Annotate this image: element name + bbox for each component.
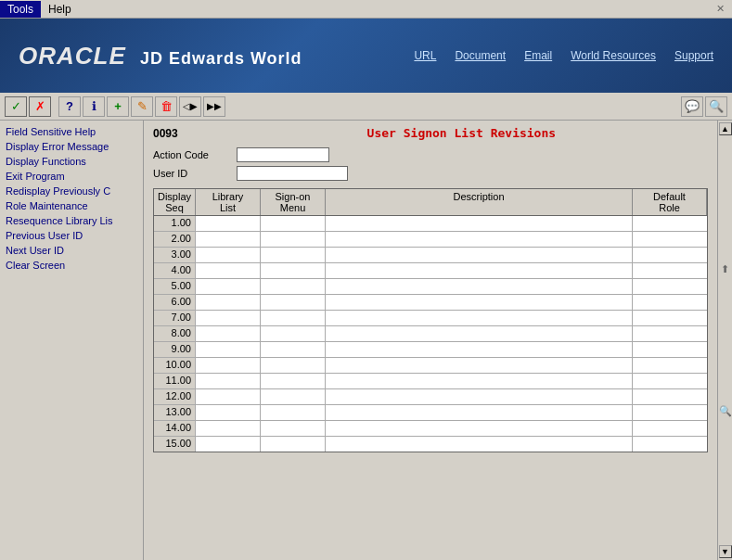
nav-next-button[interactable]: ▶▶ [203, 96, 225, 117]
cell-sign[interactable] [261, 342, 326, 357]
cell-sign[interactable] [261, 248, 326, 262]
cell-sign[interactable] [261, 232, 326, 247]
cell-role[interactable] [633, 216, 707, 231]
cell-desc[interactable] [326, 421, 633, 436]
cell-sign[interactable] [261, 374, 326, 388]
sidebar-item-prev-user[interactable]: Previous User ID [2, 228, 141, 243]
cell-role[interactable] [633, 405, 707, 420]
search-button[interactable]: 🔍 [705, 96, 727, 117]
cell-desc[interactable] [326, 216, 633, 231]
cell-desc[interactable] [326, 279, 633, 294]
menu-help[interactable]: Help [41, 1, 79, 18]
cell-sign[interactable] [261, 358, 326, 373]
help-button[interactable]: ? [58, 96, 81, 117]
cancel-button[interactable]: ✗ [29, 96, 51, 117]
sidebar-item-next-user[interactable]: Next User ID [2, 243, 141, 258]
cell-desc[interactable] [326, 295, 633, 310]
cell-lib[interactable] [196, 311, 261, 325]
cell-desc[interactable] [326, 232, 633, 247]
cell-role[interactable] [633, 374, 707, 388]
sidebar-item-display-functions[interactable]: Display Functions [2, 154, 141, 169]
cell-role[interactable] [633, 248, 707, 262]
cell-desc[interactable] [326, 405, 633, 420]
cell-desc[interactable] [326, 358, 633, 373]
cell-sign[interactable] [261, 295, 326, 310]
program-number: 0093 [153, 127, 178, 140]
nav-document[interactable]: Document [455, 49, 506, 62]
cell-sign[interactable] [261, 389, 326, 404]
cell-role[interactable] [633, 295, 707, 310]
info-button[interactable]: ℹ [83, 96, 105, 117]
cell-role[interactable] [633, 437, 707, 452]
cell-role[interactable] [633, 279, 707, 294]
cell-sign[interactable] [261, 437, 326, 452]
sidebar-item-redisplay[interactable]: Redisplay Previously C [2, 184, 141, 198]
scroll-track[interactable]: ⬆ [721, 263, 729, 275]
cell-lib[interactable] [196, 279, 261, 294]
cell-desc[interactable] [326, 248, 633, 262]
nav-url[interactable]: URL [414, 49, 436, 62]
cell-lib[interactable] [196, 342, 261, 357]
header-banner: ORACLE JD Edwards World URL Document Ema… [0, 19, 732, 93]
user-id-input[interactable] [237, 166, 348, 181]
cell-lib[interactable] [196, 421, 261, 436]
add-button[interactable]: + [107, 96, 129, 117]
cell-lib[interactable] [196, 389, 261, 404]
table-row: 10.00 [154, 358, 707, 374]
cell-desc[interactable] [326, 263, 633, 278]
cell-desc[interactable] [326, 342, 633, 357]
cell-lib[interactable] [196, 248, 261, 262]
cell-lib[interactable] [196, 437, 261, 452]
cell-role[interactable] [633, 358, 707, 373]
cell-lib[interactable] [196, 405, 261, 420]
sidebar-item-resequence[interactable]: Resequence Library Lis [2, 213, 141, 228]
sidebar-item-exit-program[interactable]: Exit Program [2, 169, 141, 184]
cell-sign[interactable] [261, 279, 326, 294]
cell-seq: 3.00 [154, 248, 196, 262]
nav-email[interactable]: Email [524, 49, 552, 62]
cell-role[interactable] [633, 421, 707, 436]
cell-lib[interactable] [196, 358, 261, 373]
cell-role[interactable] [633, 342, 707, 357]
cell-lib[interactable] [196, 374, 261, 388]
nav-world-resources[interactable]: World Resources [571, 49, 656, 62]
cell-role[interactable] [633, 311, 707, 325]
scroll-zoom[interactable]: 🔍 [719, 405, 732, 417]
cell-sign[interactable] [261, 311, 326, 325]
cell-desc[interactable] [326, 326, 633, 341]
nav-support[interactable]: Support [674, 49, 713, 62]
menu-tools[interactable]: Tools [0, 1, 41, 18]
cell-desc[interactable] [326, 389, 633, 404]
sidebar-item-role-maintenance[interactable]: Role Maintenance [2, 198, 141, 213]
cell-sign[interactable] [261, 421, 326, 436]
scroll-down-button[interactable]: ▼ [719, 545, 732, 558]
cell-role[interactable] [633, 263, 707, 278]
cell-desc[interactable] [326, 437, 633, 452]
cell-role[interactable] [633, 326, 707, 341]
cell-lib[interactable] [196, 295, 261, 310]
scroll-up-button[interactable]: ▲ [719, 122, 732, 135]
edit-button[interactable]: ✎ [131, 96, 153, 117]
cell-lib[interactable] [196, 216, 261, 231]
cell-role[interactable] [633, 389, 707, 404]
check-button[interactable]: ✓ [5, 96, 27, 117]
chat-button[interactable]: 💬 [681, 96, 703, 117]
table-row: 6.00 [154, 295, 707, 311]
nav-prev-button[interactable]: ◁▶ [179, 96, 201, 117]
cell-desc[interactable] [326, 311, 633, 325]
cell-lib[interactable] [196, 263, 261, 278]
sidebar-item-clear-screen[interactable]: Clear Screen [2, 258, 141, 273]
cell-role[interactable] [633, 232, 707, 247]
sidebar-item-display-error-message[interactable]: Display Error Message [2, 139, 141, 154]
cell-lib[interactable] [196, 232, 261, 247]
cell-lib[interactable] [196, 326, 261, 341]
cell-sign[interactable] [261, 405, 326, 420]
action-code-input[interactable] [237, 147, 329, 162]
cell-sign[interactable] [261, 326, 326, 341]
cell-sign[interactable] [261, 216, 326, 231]
cell-seq: 9.00 [154, 342, 196, 357]
cell-desc[interactable] [326, 374, 633, 388]
cell-sign[interactable] [261, 263, 326, 278]
sidebar-item-field-sensitive-help[interactable]: Field Sensitive Help [2, 124, 141, 139]
delete-button[interactable]: 🗑 [155, 96, 177, 117]
